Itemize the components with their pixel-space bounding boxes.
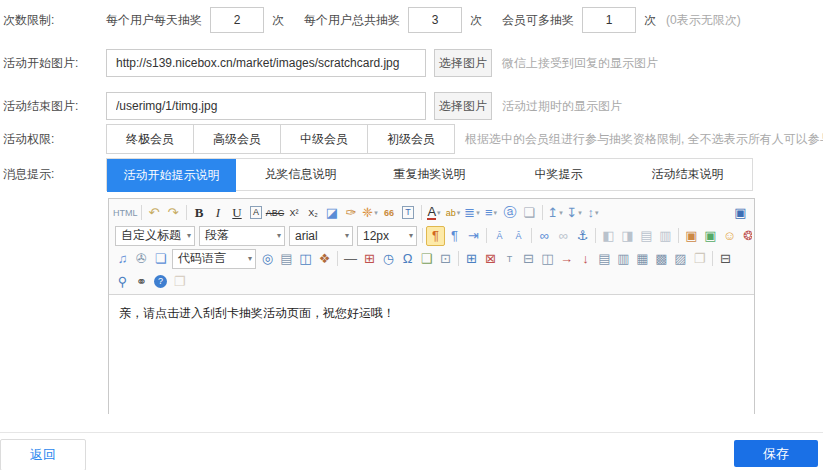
font-size-select[interactable]: 12px▾ (357, 226, 417, 246)
toolbar-separator (595, 228, 596, 243)
start-image-url-input[interactable] (106, 49, 426, 77)
total-draw-input[interactable] (408, 7, 462, 33)
tab-repeat-draw[interactable]: 重复抽奖说明 (365, 159, 494, 190)
columns-icon[interactable]: ◫ (296, 249, 315, 269)
split-to-rows-icon[interactable]: ▥ (614, 249, 633, 269)
image-align-left-icon[interactable]: ◧ (599, 226, 618, 246)
search-replace-icon[interactable]: ⚭ (132, 272, 151, 292)
anchor-icon[interactable]: ⓐ (501, 203, 520, 223)
image-align-inline-icon[interactable]: ◨ (618, 226, 637, 246)
editor-content-area[interactable]: 亲，请点击进入刮刮卡抽奖活动页面，祝您好运哦！ (109, 295, 754, 415)
insert-anchor-icon[interactable]: ⚓ (573, 226, 592, 246)
to-uppercase-icon[interactable]: Â (490, 226, 509, 246)
split-to-cols-icon[interactable]: ▦ (633, 249, 652, 269)
insert-table-icon[interactable]: ⊞ (462, 249, 481, 269)
insert-frame-icon[interactable]: ❏ (151, 249, 170, 269)
unordered-list-icon[interactable]: ≡▾ (482, 203, 501, 223)
underline-icon[interactable]: U (228, 203, 247, 223)
source-code-icon[interactable]: HTML (113, 203, 138, 223)
insert-row-icon[interactable]: ⊟ (519, 249, 538, 269)
chevron-down-icon: ▾ (437, 209, 441, 217)
scrawl-icon[interactable]: ❂ (739, 226, 752, 246)
insert-column-icon[interactable]: ◫ (538, 249, 557, 269)
paragraph-align-icon[interactable]: ↧▾ (565, 203, 584, 223)
strikethrough-icon[interactable]: ABC (266, 203, 285, 223)
start-image-pick-button[interactable]: 选择图片 (434, 49, 492, 77)
special-chars-icon[interactable]: Ω (398, 249, 417, 269)
tab-activity-start-tip[interactable]: 活动开始提示说明 (107, 159, 236, 192)
font-color-icon[interactable]: A▾ (425, 203, 444, 223)
indent-icon[interactable]: ⇥ (464, 226, 483, 246)
remove-format-icon[interactable]: ◪ (323, 203, 342, 223)
member-group-intermediate-button[interactable]: 中级会员 (280, 124, 368, 154)
tab-redeem-info[interactable]: 兑奖信息说明 (236, 159, 365, 190)
merge-down-icon[interactable]: ↓ (576, 249, 595, 269)
end-image-url-input[interactable] (106, 92, 426, 120)
page-break-icon[interactable]: ▤ (277, 249, 296, 269)
link-icon[interactable]: ∞ (535, 226, 554, 246)
attachment-icon[interactable]: ✇ (132, 249, 151, 269)
image-align-center-icon[interactable]: ▤ (637, 226, 656, 246)
tab-winning-tip[interactable]: 中奖提示 (494, 159, 623, 190)
paste-icon[interactable]: ❐ (170, 272, 189, 292)
rtl-paragraph-icon[interactable]: ¶ (445, 226, 464, 246)
bordered-text-icon[interactable]: A (247, 203, 266, 223)
to-lowercase-icon[interactable]: Ǎ (509, 226, 528, 246)
highlight-color-icon[interactable]: ab▾ (444, 203, 463, 223)
superscript-icon[interactable]: X² (285, 203, 304, 223)
paste-plain-text-icon[interactable]: T (399, 203, 418, 223)
snapshot-icon[interactable]: ⊡ (436, 249, 455, 269)
save-button[interactable]: 保存 (734, 440, 818, 467)
image-manager-icon[interactable]: ▣ (701, 226, 720, 246)
daily-draw-input[interactable] (210, 7, 264, 33)
delete-table-icon[interactable]: ⊠ (481, 249, 500, 269)
bold-icon[interactable]: B (190, 203, 209, 223)
redo-icon[interactable]: ↷ (164, 203, 183, 223)
fullscreen-icon[interactable]: ▣ (731, 203, 750, 223)
merge-right-icon[interactable]: → (557, 249, 576, 269)
template-icon[interactable]: ❖ (315, 249, 334, 269)
member-extra-draw-input[interactable] (582, 7, 636, 33)
image-align-right-icon[interactable]: ▥ (656, 226, 675, 246)
top-align-icon[interactable]: ↥▾ (546, 203, 565, 223)
table-title-icon[interactable]: T (500, 249, 519, 269)
end-image-pick-button[interactable]: 选择图片 (434, 92, 492, 120)
code-language-select[interactable]: 代码语言▾ (172, 249, 256, 269)
split-cells-icon[interactable]: ▩ (652, 249, 671, 269)
member-group-senior-button[interactable]: 高级会员 (193, 124, 281, 154)
blockquote-icon[interactable]: 66 (380, 203, 399, 223)
member-group-junior-button[interactable]: 初级会员 (367, 124, 455, 154)
ordered-list-icon[interactable]: ≣▾ (463, 203, 482, 223)
tab-activity-end[interactable]: 活动结束说明 (623, 159, 752, 190)
print-icon[interactable]: ⊟ (716, 249, 735, 269)
unlink-icon[interactable]: ∞ (554, 226, 573, 246)
format-brush-icon[interactable]: ✑ (342, 203, 361, 223)
undo-icon[interactable]: ↶ (145, 203, 164, 223)
member-group-ultimate-button[interactable]: 终极会员 (106, 124, 194, 154)
custom-title-select[interactable]: 自定义标题▾ (115, 226, 195, 246)
back-button[interactable]: 返回 (0, 439, 86, 470)
insert-image-icon[interactable]: ▣ (682, 226, 701, 246)
auto-typeset-icon[interactable]: ❈▾ (361, 203, 380, 223)
ltr-paragraph-icon[interactable]: ¶ (426, 226, 445, 246)
help-icon[interactable]: ? (151, 272, 170, 292)
insert-date-icon[interactable]: ⊞ (360, 249, 379, 269)
new-document-icon[interactable]: ❏ (520, 203, 539, 223)
music-icon[interactable]: ♫ (113, 249, 132, 269)
insert-time-icon[interactable]: ◷ (379, 249, 398, 269)
toolbar-separator (531, 228, 532, 243)
table-background-icon[interactable]: ▨ (671, 249, 690, 269)
line-spacing-icon[interactable]: ↕▾ (584, 203, 603, 223)
insert-code-icon[interactable]: ◎ (258, 249, 277, 269)
paragraph-format-select[interactable]: 段落▾ (199, 226, 285, 246)
message-tabs: 活动开始提示说明 兑奖信息说明 重复抽奖说明 中奖提示 活动结束说明 (106, 158, 753, 191)
italic-icon[interactable]: I (209, 203, 228, 223)
merge-cells-icon[interactable]: ▤ (595, 249, 614, 269)
horizontal-rule-icon[interactable]: — (341, 249, 360, 269)
page-template-icon[interactable]: ❐ (690, 249, 709, 269)
comment-icon[interactable]: ❑ (417, 249, 436, 269)
emotion-icon[interactable]: ☺ (720, 226, 739, 246)
preview-icon[interactable]: ⚲ (113, 272, 132, 292)
subscript-icon[interactable]: X₂ (304, 203, 323, 223)
font-family-select[interactable]: arial▾ (289, 226, 353, 246)
